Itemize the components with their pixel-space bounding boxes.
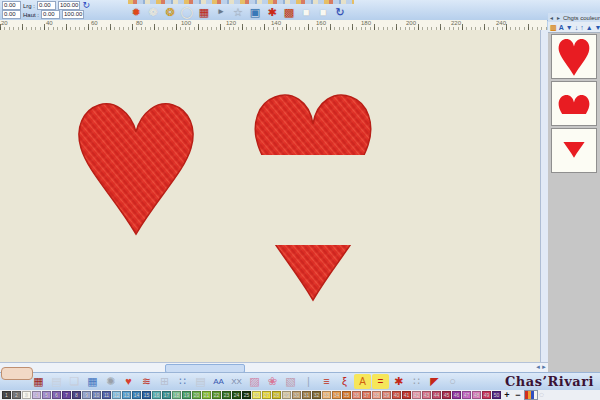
palette-swatch[interactable]: 50 <box>492 391 501 399</box>
height-field[interactable]: 0.00 <box>41 10 60 19</box>
palette-swatch[interactable]: 26 <box>252 391 261 399</box>
image-icon[interactable]: ▣ <box>247 4 263 20</box>
palette-swatch[interactable]: 36 <box>352 391 361 399</box>
palette-swatch[interactable]: 2 <box>12 391 21 399</box>
swatch-icon[interactable]: ▥ <box>550 23 557 32</box>
white-flower-icon[interactable]: ❁ <box>145 4 161 20</box>
palette-swatch[interactable]: 48 <box>472 391 481 399</box>
fill-grid-icon[interactable]: ▦ <box>196 4 212 20</box>
heart-split-top-object[interactable] <box>253 88 373 155</box>
refresh-icon[interactable]: ↻ <box>332 4 348 20</box>
palette-swatch[interactable]: 10 <box>92 391 101 399</box>
dots-pattern-icon[interactable]: ∷ <box>174 374 191 389</box>
star-spark-icon[interactable]: ❂ <box>162 4 178 20</box>
palette-swatch[interactable]: 34 <box>332 391 341 399</box>
waves-pattern-icon[interactable]: ≋ <box>138 374 155 389</box>
blue-check-pattern-icon[interactable]: ▦ <box>84 374 101 389</box>
heart-pattern-icon[interactable]: ♥ <box>120 374 137 389</box>
palette-swatch[interactable]: 23 <box>222 391 231 399</box>
scroll-right-icon[interactable]: ► <box>541 364 547 370</box>
palette-swatch[interactable]: 45 <box>442 391 451 399</box>
palette-swatch[interactable]: 32 <box>312 391 321 399</box>
flag-icon[interactable]: ◤ <box>426 374 443 389</box>
lines-pattern-icon[interactable]: ▤ <box>192 374 209 389</box>
ellipse-tool-icon[interactable]: ◯ <box>179 4 195 20</box>
thumb-heart-full[interactable] <box>551 34 597 79</box>
palette-swatch[interactable]: 15 <box>142 391 151 399</box>
palette-swatch[interactable]: 14 <box>132 391 141 399</box>
palette-swatch[interactable]: 11 <box>102 391 111 399</box>
palette-swatch[interactable]: 29 <box>282 391 291 399</box>
palette-swatch[interactable]: 43 <box>422 391 431 399</box>
palette-swatch[interactable]: 8 <box>72 391 81 399</box>
palette-swatch[interactable]: 46 <box>452 391 461 399</box>
palette-swatch[interactable]: 28 <box>272 391 281 399</box>
sort-down-icon[interactable]: ▼ <box>566 23 573 32</box>
palette-swatch[interactable]: 40 <box>392 391 401 399</box>
palette-swatch[interactable]: 17 <box>162 391 171 399</box>
circle-icon[interactable]: ○ <box>444 374 461 389</box>
pink-hatch-icon[interactable]: ▨ <box>246 374 263 389</box>
toolbar-divider[interactable]: | <box>300 374 317 389</box>
palette-swatch[interactable]: 25 <box>242 391 251 399</box>
palette-swatch[interactable]: 31 <box>302 391 311 399</box>
letter-a-icon[interactable]: A <box>354 374 371 389</box>
arrow-down-icon[interactable]: ↓ <box>575 23 579 32</box>
palette-swatch[interactable]: 35 <box>342 391 351 399</box>
pink-flower-icon[interactable]: ❀ <box>264 374 281 389</box>
palette-swatch[interactable]: 38 <box>372 391 381 399</box>
heart-full-object[interactable] <box>75 94 197 240</box>
palette-swatch[interactable]: 22 <box>212 391 221 399</box>
palette-swatch[interactable]: 5 <box>42 391 51 399</box>
sort-a-icon[interactable]: A <box>559 23 564 32</box>
blank-page-icon-2[interactable]: ■ <box>315 4 331 20</box>
palette-swatch[interactable]: 27 <box>262 391 271 399</box>
palette-swatch[interactable]: 18 <box>172 391 181 399</box>
panel-next-icon[interactable]: ► <box>556 15 561 21</box>
palette-swatch[interactable]: 13 <box>122 391 131 399</box>
remove-color-button[interactable]: − <box>513 390 523 400</box>
palette-swatch[interactable]: 44 <box>432 391 441 399</box>
layers-pattern-icon[interactable]: ❏ <box>66 374 83 389</box>
blank-page-icon[interactable]: ■ <box>298 4 314 20</box>
palette-swatch[interactable]: 20 <box>192 391 201 399</box>
rotate-icon[interactable]: ↻ <box>82 1 90 10</box>
design-canvas[interactable] <box>0 30 540 362</box>
palette-swatch[interactable]: 24 <box>232 391 241 399</box>
gray-dots-icon[interactable]: ∷ <box>408 374 425 389</box>
scrollbar-arrows[interactable]: ◄► <box>535 363 547 372</box>
palette-swatch[interactable]: 47 <box>462 391 471 399</box>
squiggle-icon[interactable]: ξ <box>336 374 353 389</box>
add-color-button[interactable]: + <box>502 390 512 400</box>
letters-xx-icon[interactable]: XX <box>228 374 245 389</box>
squares-pattern-icon[interactable]: ⊞ <box>156 374 173 389</box>
heart-split-bottom-object[interactable] <box>253 245 373 305</box>
palette-swatch[interactable]: 19 <box>182 391 191 399</box>
palette-swatch[interactable]: 12 <box>112 391 121 399</box>
thread-brand-icon[interactable] <box>524 390 538 400</box>
sort-up-icon[interactable]: ▲ <box>586 23 593 32</box>
palette-swatch[interactable]: 39 <box>382 391 391 399</box>
cursor-icon[interactable]: ► <box>213 4 229 20</box>
palette-swatch[interactable]: 33 <box>322 391 331 399</box>
red-flower-icon[interactable]: ✱ <box>390 374 407 389</box>
arrow-up-icon[interactable]: ↑ <box>580 23 584 32</box>
thumb-heart-top[interactable] <box>551 81 597 126</box>
thumb-heart-bottom[interactable] <box>551 128 597 173</box>
palette-swatch[interactable]: 49 <box>482 391 491 399</box>
palette-swatch[interactable]: 42 <box>412 391 421 399</box>
palette-swatch[interactable]: 41 <box>402 391 411 399</box>
spark-burst-icon[interactable]: ✹ <box>128 4 144 20</box>
palette-swatch[interactable]: 3 <box>22 391 31 399</box>
palette-swatch[interactable]: 6 <box>52 391 61 399</box>
palette-swatch[interactable]: 16 <box>152 391 161 399</box>
empty-color-icon[interactable]: ◌ <box>539 391 544 399</box>
palette-swatch[interactable]: 9 <box>82 391 91 399</box>
palette-swatch[interactable]: 30 <box>292 391 301 399</box>
palette-swatch[interactable]: 21 <box>202 391 211 399</box>
equals-icon[interactable]: = <box>372 374 389 389</box>
palette-swatch[interactable]: 37 <box>362 391 371 399</box>
letters-aa-icon[interactable]: AA <box>210 374 227 389</box>
red-wheel-icon[interactable]: ✱ <box>264 4 280 20</box>
stacked-lines-icon[interactable]: ≡ <box>318 374 335 389</box>
